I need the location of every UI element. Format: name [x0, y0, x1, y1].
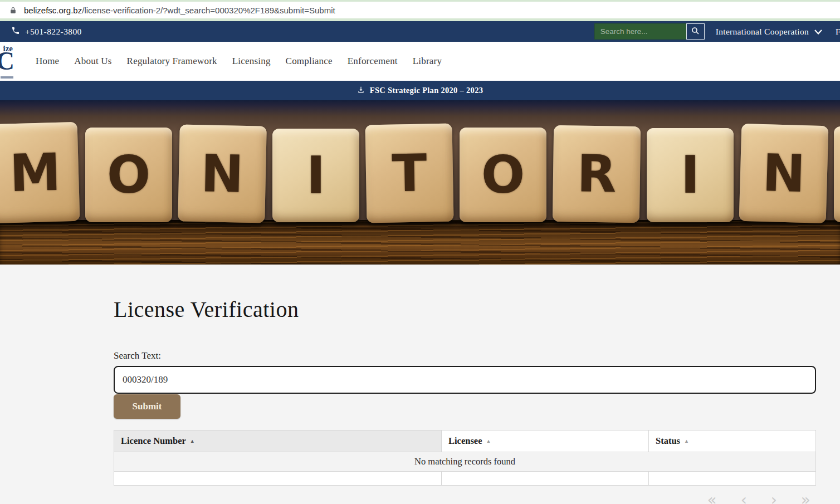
license-search-input[interactable]: [114, 366, 816, 394]
letter-block: O: [85, 128, 172, 222]
hero-image: M O N I T O R I N G: [0, 100, 840, 265]
sort-asc-icon: ▲: [190, 438, 195, 444]
pagination: « ‹ › »: [114, 492, 816, 504]
pagination-first[interactable]: «: [707, 491, 717, 504]
menu-international-cooperation[interactable]: International Cooperation: [716, 27, 822, 37]
column-header-status[interactable]: Status▲: [649, 430, 816, 452]
letter-block: R: [553, 125, 641, 223]
pagination-prev[interactable]: ‹: [741, 491, 747, 504]
letter-block: T: [365, 124, 453, 223]
logo-letter: C: [0, 48, 14, 74]
pagination-next[interactable]: ›: [771, 491, 777, 504]
letter-block: N: [178, 124, 267, 223]
browser-chrome: belizefsc.org.bz/license-verification-2/…: [0, 0, 840, 21]
column-header-licensee[interactable]: Licensee▲: [442, 430, 649, 452]
url-path: /license-verification-2/?wdt_search=0003…: [82, 6, 335, 15]
letter-block: O: [460, 128, 546, 222]
menu-label: International Cooperation: [716, 27, 809, 37]
letter-block: N: [739, 124, 829, 223]
menu-item-clipped[interactable]: F: [836, 27, 840, 37]
url-domain: belizefsc.org.bz: [24, 6, 82, 15]
nav-item-library[interactable]: Library: [413, 56, 442, 67]
table-header-row: Licence Number▲ Licensee▲ Status▲: [114, 430, 816, 452]
column-label: Licensee: [448, 436, 482, 446]
empty-message: No matching records found: [114, 452, 816, 472]
letter-block: I: [272, 129, 359, 222]
hero-letter-blocks: M O N I T O R I N G: [0, 123, 840, 222]
nav-item-compliance[interactable]: Compliance: [286, 56, 333, 67]
letter-block: G: [834, 126, 840, 222]
sort-asc-icon: ▲: [486, 438, 491, 444]
submit-button[interactable]: Submit: [114, 394, 180, 419]
search-icon: [691, 26, 700, 37]
chevron-down-icon: [814, 27, 822, 37]
page: { "browser": { "url_domain": "belizefsc.…: [0, 0, 840, 504]
table-row: No matching records found: [114, 452, 816, 472]
nav-item-regulatory-framework[interactable]: Regulatory Framework: [127, 56, 217, 67]
phone-icon: [11, 26, 20, 37]
nav-item-about-us[interactable]: About Us: [74, 56, 111, 67]
banner-label: FSC Strategic Plan 2020 – 2023: [370, 86, 484, 95]
site-search-button[interactable]: [686, 23, 705, 40]
table-row: [114, 472, 816, 486]
phone-number: +501-822-3800: [25, 27, 82, 37]
main-navigation: ize C Home About Us Regulatory Framework…: [0, 42, 840, 81]
table-cell: [114, 472, 442, 486]
site-logo[interactable]: ize C: [0, 44, 13, 79]
strategic-plan-banner[interactable]: FSC Strategic Plan 2020 – 2023: [0, 81, 840, 100]
letter-block: I: [647, 128, 734, 222]
column-label: Licence Number: [121, 436, 186, 446]
letter-block: M: [0, 122, 80, 223]
page-title: License Verification: [114, 297, 816, 322]
top-utility-bar: +501-822-3800 International Cooperation …: [0, 21, 840, 42]
logo-tagline: [1, 76, 13, 79]
nav-item-enforcement[interactable]: Enforcement: [348, 56, 398, 67]
sort-asc-icon: ▲: [684, 438, 689, 444]
site-search-input[interactable]: [594, 23, 686, 40]
license-results-table: Licence Number▲ Licensee▲ Status▲ No mat…: [114, 430, 816, 486]
download-icon: [357, 86, 365, 96]
column-label: Status: [656, 436, 680, 446]
table-cell: [442, 472, 649, 486]
nav-links: Home About Us Regulatory Framework Licen…: [36, 56, 442, 67]
column-header-licence-number[interactable]: Licence Number▲: [114, 430, 442, 452]
hero-wood-table: [0, 220, 840, 265]
nav-item-licensing[interactable]: Licensing: [232, 56, 271, 67]
phone-link[interactable]: +501-822-3800: [11, 26, 82, 37]
lock-icon[interactable]: [9, 6, 17, 14]
main-content: License Verification Search Text: Submit…: [0, 265, 840, 504]
address-bar[interactable]: belizefsc.org.bz/license-verification-2/…: [0, 2, 840, 18]
table-cell: [649, 472, 816, 486]
pagination-last[interactable]: »: [801, 491, 810, 504]
page-url: belizefsc.org.bz/license-verification-2/…: [24, 6, 335, 15]
search-text-label: Search Text:: [114, 350, 816, 361]
nav-item-home[interactable]: Home: [36, 56, 59, 67]
